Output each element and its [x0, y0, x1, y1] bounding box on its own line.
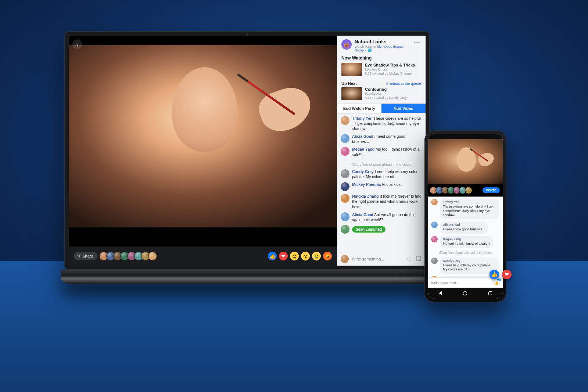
comment-author[interactable]: Alicia Goad — [352, 134, 373, 139]
share-button[interactable]: Share — [74, 252, 97, 260]
now-watching-item[interactable]: Eye Shadow Tips & Tricks Leandro Ogura 8… — [337, 63, 426, 79]
system-message: Tiffany Yen skipped ahead in the video. — [431, 250, 500, 255]
comment-input[interactable] — [352, 257, 403, 261]
group-subtitle: Watch Party in Skin Deep Beauty Group ▾ … — [355, 45, 409, 53]
laptop-screen: ‹ Share 👍 ❤ 😆 😮 😢 😡 — [69, 36, 426, 266]
sad-reaction[interactable]: 😢 — [312, 252, 321, 260]
video-footer: Share 👍 ❤ 😆 😮 😢 😡 — [69, 247, 337, 266]
angry-reaction[interactable]: 😡 — [323, 252, 332, 260]
user-avatar[interactable] — [341, 212, 349, 221]
video-player[interactable] — [69, 36, 337, 247]
user-avatar[interactable] — [341, 169, 349, 178]
comment-author[interactable]: Megan Yang — [443, 237, 490, 241]
join-notification: Sean Lin joined — [341, 225, 422, 234]
viewer-avatar[interactable] — [465, 187, 472, 194]
chat-message: Ningxia Zhang It took me forever to find… — [341, 194, 422, 209]
chat-message: Megan YangMe too! I think I know of a sa… — [431, 236, 500, 248]
user-avatar[interactable] — [341, 147, 349, 156]
comment-composer: ☺ 🖼 — [337, 252, 426, 266]
nav-home-button[interactable] — [463, 291, 467, 295]
haha-reaction[interactable]: 😆 — [290, 252, 299, 260]
user-avatar[interactable] — [341, 225, 349, 234]
nav-recent-button[interactable] — [488, 291, 492, 295]
viewer-strip-mobile: INVITE — [428, 184, 503, 197]
chat-message: Alicia Goad I need some good brushes... — [341, 134, 422, 144]
photo-attach-icon[interactable]: 🖼 — [415, 256, 422, 262]
more-menu-button[interactable]: ••• — [412, 39, 421, 46]
group-icon: 👜 — [341, 39, 352, 50]
wow-reaction[interactable]: 😮 — [301, 252, 310, 260]
now-watching-heading: Now Watching — [337, 55, 426, 63]
add-video-button[interactable]: Add Video — [381, 104, 426, 113]
end-watch-party-button[interactable]: End Watch Party — [337, 104, 381, 113]
user-avatar[interactable] — [431, 236, 438, 242]
user-avatar[interactable] — [341, 116, 349, 125]
comment-author[interactable]: Tiffany Yen — [352, 116, 373, 121]
comment-input-mobile[interactable]: Write a comment... — [431, 281, 491, 285]
back-button[interactable]: ‹ — [72, 39, 82, 49]
emoji-picker-icon[interactable]: ☺ — [406, 256, 412, 262]
comment-author[interactable]: Ningxia Zhang — [352, 194, 379, 198]
comment-author[interactable]: Tiffany Yen — [443, 200, 496, 204]
floating-reactions: 👍 ❤ — [490, 270, 512, 279]
android-nav-bar — [428, 288, 503, 299]
comment-author[interactable]: Mickey Pheonix — [352, 182, 381, 187]
chat-message: Alicia Goad Are we all gonna do this aga… — [341, 212, 422, 222]
comment-author[interactable]: Alicia Goad — [443, 223, 485, 227]
user-avatar[interactable] — [341, 134, 349, 143]
love-reaction[interactable]: ❤ — [502, 270, 512, 279]
comment-author[interactable]: Candy Grey — [443, 259, 496, 263]
comment-author[interactable]: Alicia Goad — [352, 212, 373, 217]
like-reaction[interactable]: 👍 — [268, 252, 277, 260]
viewer-avatars[interactable] — [101, 252, 157, 260]
video-meta: 8:05 • Added by Mickey Pheonix — [365, 72, 421, 76]
like-reaction[interactable]: 👍 — [490, 270, 499, 279]
chat-panel: Tiffany Yen These videos are so helpful … — [337, 114, 426, 252]
group-title: Natural Looks — [355, 39, 409, 45]
queue-count[interactable]: 5 videos in the queue — [386, 82, 421, 86]
up-next-heading: Up Next — [341, 81, 357, 86]
up-next-item[interactable]: Contouring Ika Aliyeva 4:26 • Added by C… — [337, 87, 426, 103]
like-button-mobile[interactable]: 👍3 — [493, 280, 500, 286]
system-message: Tiffany Yen skipped ahead in the video. — [341, 161, 422, 166]
video-thumbnail — [341, 87, 362, 100]
video-title: Contouring — [365, 87, 421, 92]
video-title: Eye Shadow Tips & Tricks — [365, 63, 421, 68]
video-author: Leandro Ogura — [365, 68, 421, 72]
chat-panel-mobile: Tiffany YenThese videos are so helpful –… — [428, 197, 503, 277]
user-avatar[interactable] — [431, 258, 438, 264]
nav-back-button[interactable] — [439, 291, 442, 295]
chat-message: Alicia GoadI need some good brushes... — [431, 222, 500, 234]
comment-author[interactable]: Megan Yang — [352, 147, 374, 151]
invite-button[interactable]: INVITE — [483, 187, 500, 193]
self-avatar — [341, 255, 349, 263]
video-player-mobile[interactable] — [428, 139, 503, 184]
viewer-avatar[interactable] — [148, 252, 157, 260]
comment-author[interactable]: Candy Grey — [352, 169, 374, 174]
chat-message: Mickey Pheonix Focus kids! — [341, 182, 422, 191]
user-avatar[interactable] — [341, 194, 349, 203]
joined-pill: Sean Lin joined — [352, 226, 386, 233]
reaction-bar: 👍 ❤ 😆 😮 😢 😡 — [268, 252, 332, 260]
chat-message: Candy Grey I need help with my color pal… — [341, 169, 422, 179]
chat-message: Tiffany YenThese videos are so helpful –… — [431, 199, 500, 219]
video-meta: 4:26 • Added by Candy Grey — [365, 96, 421, 100]
laptop-device: ‹ Share 👍 ❤ 😆 😮 😢 😡 — [64, 31, 430, 270]
group-header: 👜 Natural Looks Watch Party in Skin Deep… — [337, 36, 426, 55]
video-author: Ika Aliyeva — [365, 92, 421, 96]
love-reaction[interactable]: ❤ — [279, 252, 288, 260]
chat-message: Megan Yang Me too! I think I know of a s… — [341, 147, 422, 157]
status-bar — [428, 134, 503, 139]
user-avatar[interactable] — [431, 222, 438, 228]
chat-message: Tiffany Yen These videos are so helpful … — [341, 116, 422, 132]
user-avatar[interactable] — [341, 182, 349, 191]
user-avatar[interactable] — [431, 199, 438, 205]
video-thumbnail — [341, 63, 362, 76]
